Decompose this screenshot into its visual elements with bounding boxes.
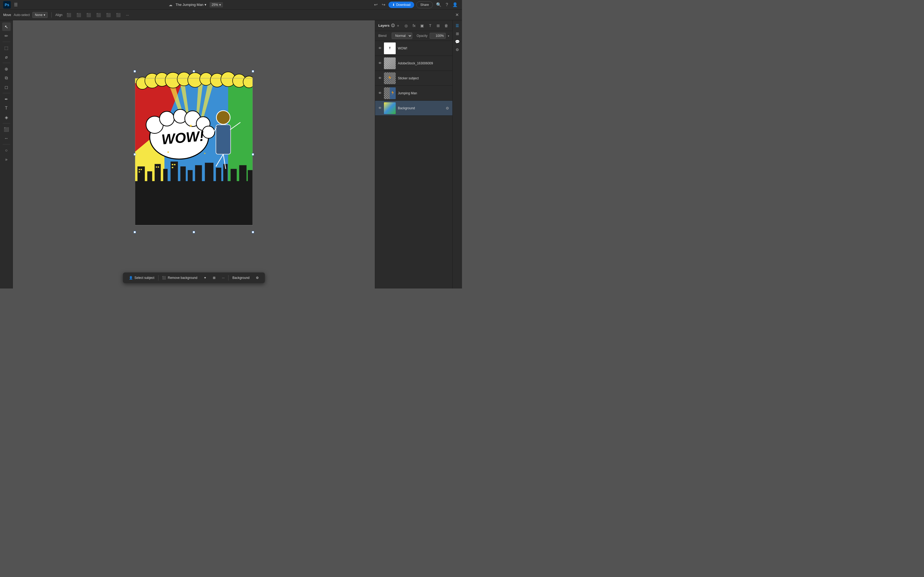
layers-panel-btn[interactable]: ☰ — [454, 22, 461, 29]
layer-eye-background[interactable]: 👁 — [378, 106, 382, 110]
add-layer-btn[interactable]: + — [395, 22, 402, 29]
layer-fx-btn[interactable]: fx — [411, 22, 418, 29]
bottom-bar-sep-1 — [158, 275, 158, 280]
spot-heal-tool[interactable]: ⊕ — [2, 64, 11, 73]
layer-name-sticker: Sticker subject — [398, 76, 449, 80]
handle-middle-left[interactable] — [134, 153, 136, 155]
layer-settings-icon[interactable]: ⚙ — [446, 106, 449, 110]
adjust-btn[interactable]: ⊞ — [210, 275, 218, 281]
align-top-btn[interactable]: ⬛ — [95, 12, 102, 18]
svg-rect-40 — [205, 163, 213, 186]
panel-icon-group: + ◎ fx ▣ T ⊞ 🗑 ··· — [395, 22, 458, 29]
layer-item-background[interactable]: 👁 Background ⚙ — [375, 101, 452, 116]
clone-tool[interactable]: ⧉ — [2, 74, 11, 82]
hamburger-menu[interactable]: ☰ — [13, 1, 19, 8]
layer-eye-jumping-man[interactable]: 👁 — [378, 91, 382, 95]
canvas-area[interactable]: WOW! ★ ★ ★ — [13, 20, 375, 288]
layer-eye-wow[interactable]: 👁 — [378, 46, 382, 50]
none-dropdown[interactable]: None ▾ — [32, 12, 48, 18]
layer-eye-adobestock[interactable]: 👁 — [378, 61, 382, 65]
more-context-btn[interactable]: ··· — [219, 275, 227, 281]
blend-label: Blend — [378, 34, 389, 38]
remove-bg-btn[interactable]: ⬛ Remove background — [159, 275, 200, 281]
close-options-btn[interactable]: ✕ — [455, 12, 459, 18]
handle-bottom-right[interactable] — [252, 231, 254, 233]
blend-mode-select[interactable]: Normal — [392, 32, 412, 39]
undo-button[interactable]: ↩ — [373, 1, 379, 8]
handle-bottom-center[interactable] — [193, 231, 195, 233]
svg-rect-31 — [135, 181, 253, 225]
align-bottom-btn[interactable]: ⬛ — [115, 12, 122, 18]
svg-rect-39 — [195, 165, 202, 186]
group-layer-btn[interactable]: ⊞ — [435, 22, 442, 29]
redo-button[interactable]: ↪ — [381, 1, 386, 8]
svg-point-30 — [243, 76, 253, 88]
handle-bottom-left[interactable] — [134, 231, 136, 233]
opacity-chevron[interactable]: ▾ — [448, 34, 449, 37]
help-button[interactable]: ? — [444, 2, 449, 8]
adjustments-panel-btn[interactable]: ⊞ — [454, 30, 461, 37]
delete-layer-btn[interactable]: 🗑 — [443, 22, 450, 29]
left-toolbar: ↖ ✏ ⬚ ⌀ ⊕ ⧉ ◻ ✒ T ◈ ⬛ ↔ ○ » — [0, 20, 13, 288]
layer-settings-btn[interactable]: ⚙ — [253, 275, 262, 281]
layer-item-sticker[interactable]: 👁 🏃 Sticker subject — [375, 71, 452, 86]
select-subject-btn[interactable]: 👤 Select subject — [126, 275, 157, 281]
share-button[interactable]: Share — [416, 2, 433, 8]
properties-panel-btn[interactable]: ⚙ — [454, 46, 461, 53]
comments-panel-btn[interactable]: 💬 — [454, 38, 461, 45]
canvas-wrapper: WOW! ★ ★ ★ — [130, 64, 258, 245]
layer-mask-btn[interactable]: ◎ — [403, 22, 410, 29]
pen-tool[interactable]: ✒ — [2, 95, 11, 103]
text-tool[interactable]: T — [2, 104, 11, 113]
handle-top-left[interactable] — [134, 70, 136, 73]
ellipse-tool[interactable]: ○ — [2, 146, 11, 155]
zoom-control[interactable]: 25% ▾ — [210, 2, 223, 8]
adjustment-layer-btn[interactable]: ▣ — [419, 22, 426, 29]
select-tool[interactable]: ↖ — [2, 23, 11, 31]
tool-separator-1 — [3, 42, 10, 42]
handle-middle-right[interactable] — [252, 153, 254, 155]
svg-rect-50 — [158, 166, 159, 168]
layers-info-icon[interactable]: ⓘ — [391, 23, 395, 28]
tool-separator-2 — [3, 63, 10, 63]
marquee-tool[interactable]: ⬚ — [2, 44, 11, 52]
move-tool[interactable]: ↔ — [2, 134, 11, 143]
move-label: Move — [3, 13, 11, 17]
svg-rect-44 — [239, 165, 247, 186]
align-left-btn[interactable]: ⬛ — [65, 12, 73, 18]
opacity-input[interactable] — [430, 33, 446, 39]
brush-tool[interactable]: ✏ — [2, 32, 11, 40]
layer-item-jumping-man[interactable]: 👁 🏃 Jumping Man — [375, 86, 452, 101]
handle-top-center[interactable] — [193, 70, 195, 73]
auto-select-label[interactable]: Auto-select — [14, 13, 30, 17]
profile-button[interactable]: 👤 — [451, 1, 459, 8]
canvas-content[interactable]: WOW! ★ ★ ★ — [135, 72, 253, 232]
text-layer-btn[interactable]: T — [427, 22, 434, 29]
eyedropper-tool[interactable]: ⬛ — [2, 125, 11, 134]
lasso-tool[interactable]: ⌀ — [2, 53, 11, 61]
right-icon-strip: ☰ ⊞ 💬 ⚙ — [452, 20, 462, 288]
expand-tool[interactable]: » — [2, 155, 11, 164]
adjust-icon: ⊞ — [213, 276, 215, 280]
handle-top-right[interactable] — [252, 70, 254, 73]
shape-tool[interactable]: ◈ — [2, 113, 11, 121]
align-center-btn[interactable]: ⬛ — [75, 12, 82, 18]
align-middle-btn[interactable]: ⬛ — [105, 12, 112, 18]
select-subject-icon: 👤 — [129, 276, 133, 280]
layer-item-adobestock[interactable]: 👁 AdobeStock_163006009 — [375, 56, 452, 71]
gen-fill-btn[interactable]: ✦ — [201, 275, 209, 281]
search-button[interactable]: 🔍 — [435, 1, 443, 8]
more-options-btn[interactable]: ··· — [124, 12, 131, 18]
bottom-context-bar: 👤 Select subject ⬛ Remove background ✦ ⊞… — [123, 272, 265, 283]
eraser-tool[interactable]: ◻ — [2, 83, 11, 91]
download-button[interactable]: ⬇ Download — [388, 2, 414, 8]
svg-rect-53 — [172, 167, 173, 168]
layers-list: 👁 T WOW! 👁 AdobeStock_163006009 — [375, 41, 452, 288]
svg-rect-49 — [156, 166, 157, 168]
layer-thumb-sticker: 🏃 — [384, 73, 396, 84]
options-separator — [51, 12, 52, 18]
layer-eye-sticker[interactable]: 👁 — [378, 76, 382, 80]
document-title[interactable]: The Jumping Man ▾ — [176, 3, 207, 7]
align-right-btn[interactable]: ⬛ — [85, 12, 92, 18]
layer-item-wow[interactable]: 👁 T WOW! — [375, 41, 452, 56]
